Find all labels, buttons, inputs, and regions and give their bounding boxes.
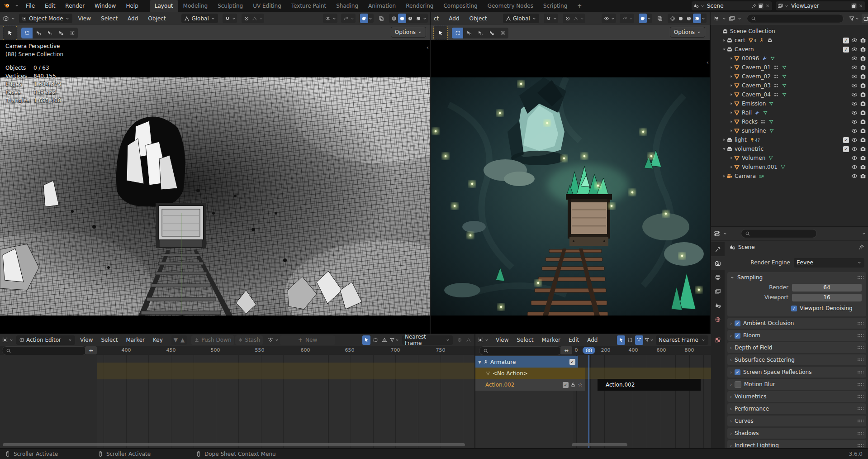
menu-truncated[interactable]: ct: [433, 15, 443, 22]
outliner-row-scene-collection[interactable]: Scene Collection: [711, 27, 868, 36]
select-tweak-button[interactable]: [33, 28, 44, 38]
show-object-types-button[interactable]: [324, 14, 332, 23]
expand-channels-button[interactable]: ↔: [85, 346, 97, 354]
outliner-row-volumetric[interactable]: volumetric✓: [711, 144, 868, 153]
viewport-menu-add[interactable]: Add: [445, 15, 463, 22]
panel-performance[interactable]: ›Performance: [727, 403, 866, 414]
workspace-tab-uv-editing[interactable]: UV Editing: [248, 0, 286, 12]
display-mode-icon[interactable]: [729, 15, 735, 22]
panel-grip-icon[interactable]: [857, 334, 863, 338]
hide-eye-icon[interactable]: [851, 110, 858, 116]
hide-eye-icon[interactable]: [851, 173, 858, 179]
panel-grip-icon[interactable]: [857, 431, 863, 435]
chevron-down-icon[interactable]: [484, 338, 489, 342]
shading-rendered-button[interactable]: [693, 14, 701, 23]
outliner-row-cavern[interactable]: Cavern✓: [711, 45, 868, 54]
expand-channels-button[interactable]: ↔: [560, 346, 572, 354]
shading-material-preview-button[interactable]: [685, 14, 693, 23]
exclude-checkbox[interactable]: ✓: [843, 146, 849, 152]
push-down-button[interactable]: Push Down: [191, 335, 234, 345]
xray-button[interactable]: [656, 14, 664, 23]
select-circle-button[interactable]: [474, 28, 486, 38]
disable-render-icon[interactable]: [860, 173, 866, 179]
snap-mode-select[interactable]: Nearest Frame: [656, 335, 708, 345]
select-lasso-button[interactable]: [486, 28, 497, 38]
playhead[interactable]: [588, 355, 589, 449]
panel-ambient-occlusion[interactable]: ›✓Ambient Occlusion: [727, 318, 866, 329]
disable-render-icon[interactable]: [860, 37, 866, 43]
properties-tab-texture[interactable]: [711, 333, 725, 347]
only-selected-filter-button[interactable]: [617, 335, 625, 345]
dopesheet-right-body[interactable]: Action.002 ▼ Armature ✓ <No Action> Acti…: [475, 355, 711, 449]
viewport-3d-left[interactable]: Options ‹: [0, 25, 430, 334]
outliner-row-volumen-001[interactable]: Volumen.001: [711, 163, 868, 172]
dopesheet-menu-select[interactable]: Select: [97, 337, 122, 343]
outliner-search-input[interactable]: [747, 14, 844, 23]
chevron-down-icon[interactable]: [14, 3, 19, 9]
action-mute-checkbox[interactable]: ✓: [563, 382, 569, 388]
outliner-row-cavern-02[interactable]: Cavern_02: [711, 72, 868, 81]
select-tweak-button[interactable]: [463, 28, 474, 38]
pin-icon[interactable]: [858, 244, 864, 250]
disable-render-icon[interactable]: [860, 46, 866, 53]
dopesheet-right-ruler[interactable]: ↔ 0200400600800 88: [475, 346, 711, 355]
show-errors-button[interactable]: [380, 335, 389, 345]
dopesheet-menu-marker[interactable]: Marker: [122, 337, 149, 343]
disable-render-icon[interactable]: [860, 128, 866, 134]
hide-eye-icon[interactable]: [851, 64, 858, 71]
viewport-menu-select[interactable]: Select: [97, 15, 122, 22]
disclosure-closed-icon[interactable]: [722, 38, 726, 43]
snap-magnet-button[interactable]: [545, 14, 553, 23]
chevron-down-icon[interactable]: [862, 231, 866, 236]
hide-eye-icon[interactable]: [851, 91, 858, 98]
channel-no-action[interactable]: <No Action>: [475, 368, 585, 379]
filter-button[interactable]: [389, 337, 399, 343]
proportional-edit-button[interactable]: [242, 14, 251, 23]
select-circle-button[interactable]: [44, 28, 55, 38]
gizmos-button[interactable]: [342, 14, 350, 23]
viewport-menu-object[interactable]: Object: [465, 15, 491, 22]
select-box-button[interactable]: [452, 28, 463, 38]
orientation-select[interactable]: Global: [181, 14, 218, 23]
dopesheet-menu-view[interactable]: View: [76, 337, 97, 343]
breadcrumb[interactable]: Scene: [738, 244, 755, 250]
properties-editor-icon[interactable]: [714, 230, 720, 237]
viewport-editor-icon[interactable]: [3, 15, 9, 22]
exclude-checkbox[interactable]: ✓: [843, 38, 849, 43]
viewport-denoising-checkbox[interactable]: ✓: [791, 306, 797, 311]
hide-eye-icon[interactable]: [851, 73, 858, 80]
outliner-row-cart[interactable]: cart3✓: [711, 36, 868, 45]
panel-grip-icon[interactable]: [857, 407, 863, 411]
exclude-checkbox[interactable]: ✓: [843, 47, 849, 53]
channel-armature[interactable]: ▼ Armature ✓: [475, 356, 578, 368]
select-lasso-button[interactable]: [55, 28, 66, 38]
disclosure-closed-icon[interactable]: [729, 101, 734, 106]
chevron-down-icon[interactable]: [275, 338, 279, 342]
dopesheet-menu-select[interactable]: Select: [512, 337, 537, 343]
falloff-button[interactable]: [572, 14, 580, 23]
outliner-row-light[interactable]: light47✓: [711, 135, 868, 144]
select-extend-button[interactable]: [497, 28, 508, 38]
dopesheet-editor-icon[interactable]: [2, 337, 8, 343]
panel-checkbox[interactable]: ✓: [735, 369, 740, 375]
outliner-row-volumen[interactable]: Volumen: [711, 153, 868, 163]
panel-checkbox[interactable]: [735, 381, 741, 388]
action-browse-icon[interactable]: [267, 337, 274, 343]
disable-render-icon[interactable]: [860, 73, 866, 80]
new-copy-icon[interactable]: [758, 3, 764, 9]
outliner-filter-button[interactable]: [849, 15, 859, 22]
disclosure-closed-icon[interactable]: [729, 120, 734, 124]
properties-search-input[interactable]: [741, 229, 817, 238]
proportional-edit-button[interactable]: [564, 14, 572, 23]
dopesheet-left-body[interactable]: [0, 355, 474, 449]
viewport-menu-add[interactable]: Add: [123, 15, 142, 22]
workspace-tab-shading[interactable]: Shading: [331, 0, 363, 12]
scene-selector[interactable]: Scene: [692, 1, 772, 10]
active-tool-button[interactable]: [433, 26, 448, 40]
disclosure-closed-icon[interactable]: [729, 129, 734, 133]
shading-wireframe-button[interactable]: [669, 14, 677, 23]
outliner-row-cavern-04[interactable]: Cavern_04: [711, 90, 868, 99]
xray-button[interactable]: [377, 14, 385, 23]
chevron-down-icon[interactable]: [9, 338, 14, 342]
disclosure-closed-icon[interactable]: [729, 156, 734, 160]
